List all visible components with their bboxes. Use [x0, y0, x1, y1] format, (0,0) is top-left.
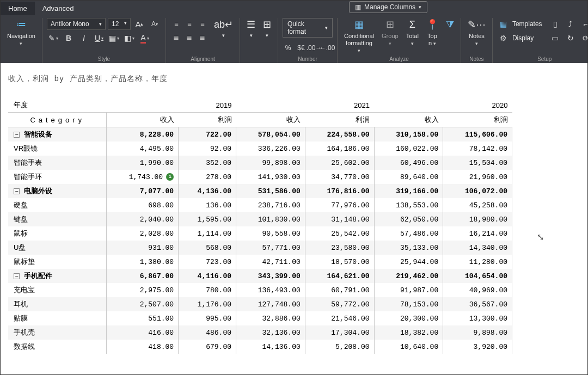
- row-label: U盘: [8, 241, 106, 255]
- cell-value: 32,886.00: [236, 311, 305, 325]
- cell-value: 136,493.00: [236, 283, 305, 297]
- cell-value: 34,770.00: [305, 170, 374, 184]
- bold-button[interactable]: B: [62, 32, 75, 44]
- cond-fmt-label: Conditional formatting: [344, 33, 374, 54]
- templates-button[interactable]: Templates: [512, 20, 542, 28]
- underline-button[interactable]: U: [93, 32, 106, 44]
- cell-value: 160,022.00: [374, 142, 443, 156]
- pin-icon: 📍: [426, 19, 438, 31]
- cell-value: 336,226.00: [236, 142, 305, 156]
- cell-value: 4,136.00: [179, 184, 236, 198]
- undo-button[interactable]: ▭: [549, 32, 562, 44]
- notes-button[interactable]: ✎⋯ Notes: [465, 18, 488, 48]
- increase-decimal-button[interactable]: .00→: [309, 42, 320, 54]
- cell-value: 8,228.00: [106, 127, 179, 142]
- total-button[interactable]: Σ Total: [404, 18, 421, 48]
- cell-value: 723.00: [179, 255, 236, 269]
- navigation-button[interactable]: ≔ Navigation: [5, 18, 38, 48]
- currency-button[interactable]: $€: [296, 42, 307, 54]
- refresh-button[interactable]: ⟳: [579, 32, 588, 44]
- collapse-icon[interactable]: −: [14, 188, 20, 194]
- fill-color-button[interactable]: ◧: [123, 32, 136, 44]
- year-col-2[interactable]: 2020: [374, 98, 512, 113]
- cell-value: 59,772.00: [305, 297, 374, 311]
- collapse-icon[interactable]: −: [14, 132, 20, 138]
- group-button[interactable]: ⊞ Group: [379, 18, 401, 48]
- group-toggle[interactable]: −手机配件: [8, 269, 106, 283]
- tab-advanced[interactable]: Advanced: [35, 2, 82, 15]
- merge-icon: ⊞: [263, 19, 271, 31]
- increase-font-button[interactable]: A▴: [133, 18, 146, 30]
- cursor-icon: ⤡: [537, 232, 544, 242]
- navigation-icon: ≔: [16, 19, 26, 31]
- manage-columns-button[interactable]: ▥ Manage Columns ▾: [349, 1, 427, 13]
- chevron-down-icon: ▾: [99, 21, 102, 27]
- row-label: 鼠标: [8, 226, 106, 241]
- quick-format-button[interactable]: Quick format ▾: [283, 18, 333, 38]
- metric-profit: 利润: [443, 113, 512, 127]
- chevron-down-icon: ▾: [419, 4, 421, 10]
- tab-home[interactable]: Home: [1, 2, 35, 15]
- filter-button[interactable]: ⧩: [444, 18, 456, 32]
- cell-value: 698.00: [106, 198, 179, 212]
- cell-value: 4,116.00: [179, 269, 236, 283]
- export-button[interactable]: ⤴: [564, 18, 577, 30]
- wrap-text-button[interactable]: ab↵ ▾: [212, 18, 235, 39]
- group-number-label: Number: [298, 55, 317, 62]
- cell-value: 551.00: [106, 311, 179, 325]
- group-toggle[interactable]: −电脑外设: [8, 184, 106, 198]
- page-setup-button[interactable]: ▯: [549, 18, 562, 30]
- align-top-right[interactable]: ≡: [197, 18, 209, 30]
- cell-value: 568.00: [179, 241, 236, 255]
- cell-value: 6,867.00: [106, 269, 179, 283]
- chevron-down-icon: ▾: [325, 25, 328, 30]
- list-format-button[interactable]: ☰ ▾: [244, 18, 258, 39]
- cell-value: 89,640.00: [374, 170, 443, 184]
- group-style-label: Style: [98, 55, 110, 62]
- cell-value: 995.00: [179, 311, 236, 325]
- font-name-select[interactable]: Antikor Mono ▾: [47, 18, 106, 30]
- cell-value: 722.00: [179, 127, 236, 142]
- quick-format-label: Quick format: [287, 20, 323, 35]
- collapse-icon[interactable]: −: [14, 273, 20, 279]
- cell-value: 418.00: [106, 340, 179, 354]
- notes-label: Notes: [468, 33, 486, 47]
- align-bottom-left[interactable]: ≣: [170, 31, 182, 43]
- cell-value: 11,280.00: [443, 255, 512, 269]
- percent-button[interactable]: %: [283, 42, 293, 54]
- decrease-font-button[interactable]: A▾: [148, 18, 161, 30]
- cell-value: 486.00: [179, 325, 236, 340]
- row-label: 耳机: [8, 297, 106, 311]
- font-color-button[interactable]: A: [138, 32, 151, 44]
- cell-value: 136.00: [179, 198, 236, 212]
- merge-button[interactable]: ⊞ ▾: [261, 18, 273, 39]
- topn-button[interactable]: 📍 Top n: [424, 18, 440, 48]
- row-label: 智能手表: [8, 156, 106, 170]
- align-top-center[interactable]: ≡: [183, 18, 195, 30]
- group-label: Group: [382, 33, 399, 47]
- cell-value: 2,040.00: [106, 212, 179, 226]
- align-top-left[interactable]: ≡: [170, 18, 182, 30]
- corner-icon[interactable]: ⌐: [579, 18, 588, 30]
- align-bottom-right[interactable]: ≣: [197, 31, 209, 43]
- decrease-decimal-button[interactable]: ←.00: [322, 42, 333, 54]
- year-col-0[interactable]: 2019: [106, 98, 236, 113]
- conditional-formatting-button[interactable]: ▦ Conditional formatting: [342, 18, 376, 55]
- redo-button[interactable]: ↻: [564, 32, 577, 44]
- cell-value: 1,176.00: [179, 297, 236, 311]
- cell-value: 141,930.00: [236, 170, 305, 184]
- format-painter-button[interactable]: ✎: [47, 32, 60, 44]
- cell-value: 10,640.00: [374, 340, 443, 354]
- cell-value: 106,072.00: [443, 184, 512, 198]
- list-icon: ☰: [247, 19, 255, 31]
- display-button[interactable]: Display: [512, 34, 534, 42]
- border-button[interactable]: ▦: [108, 32, 121, 44]
- cell-value: 21,960.00: [443, 170, 512, 184]
- note-badge[interactable]: 1: [166, 173, 174, 181]
- year-col-1[interactable]: 2021: [236, 98, 374, 113]
- cell-value: 115,606.00: [443, 127, 512, 142]
- font-size-select[interactable]: 12 ▾: [108, 18, 131, 30]
- group-toggle[interactable]: −智能设备: [8, 127, 106, 142]
- align-bottom-center[interactable]: ≣: [183, 31, 195, 43]
- italic-button[interactable]: I: [77, 32, 90, 44]
